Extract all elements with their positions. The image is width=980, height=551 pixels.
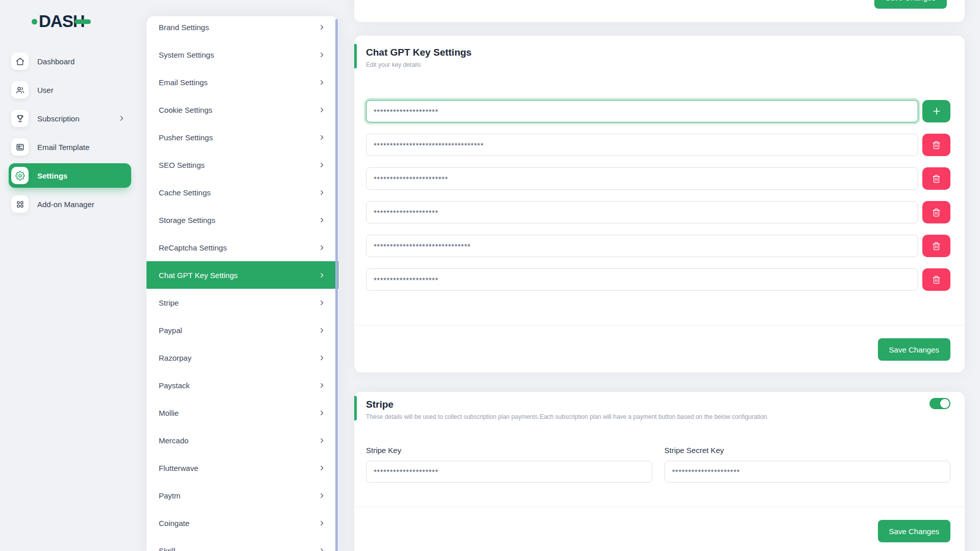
stripe-key-input[interactable] [366,461,652,483]
settings-nav-label: Brand Settings [159,23,209,32]
sidebar-item-label: Dashboard [37,57,75,66]
settings-nav-brand[interactable]: Brand Settings [146,16,338,41]
delete-key-button[interactable] [922,167,950,190]
chevron-right-icon [318,79,325,86]
settings-nav-label: Cookie Settings [159,106,212,114]
settings-nav-label: Mollie [159,409,179,417]
gear-icon [11,167,29,184]
settings-nav-email[interactable]: Email Settings [146,68,338,96]
settings-nav-label: Coingate [159,519,189,528]
sidebar-item-settings[interactable]: Settings [9,163,131,188]
api-key-input-2[interactable] [366,134,918,156]
trash-icon [932,174,941,183]
sidebar-item-label: Email Template [37,143,89,152]
settings-nav-label: ReCaptcha Settings [159,243,227,252]
api-key-row [366,100,950,122]
settings-nav-cookie[interactable]: Cookie Settings [146,96,338,123]
chevron-right-icon [318,327,325,334]
card-header: Stripe These details will be used to col… [354,392,965,420]
sidebar-item-addon-manager[interactable]: Add-on Manager [9,192,131,216]
settings-nav-paystack[interactable]: Paystack [146,371,338,399]
settings-nav-coingate[interactable]: Coingate [146,509,338,537]
settings-nav-paytm[interactable]: Paytm [146,482,338,509]
stripe-secret-key-input[interactable] [665,461,951,483]
card-subtitle: These details will be used to collect su… [366,413,950,420]
settings-nav-label: Mercado [159,436,188,445]
api-key-row [366,134,950,156]
plus-icon [932,106,942,116]
api-key-row [366,201,950,223]
save-button[interactable]: Save Changes [878,338,950,361]
api-key-row [366,235,950,257]
stripe-fields: Stripe Key Stripe Secret Key [366,446,950,483]
chevron-right-icon [318,24,325,31]
api-key-input-5[interactable] [366,235,918,257]
chevron-right-icon [318,492,325,499]
settings-nav-chatgpt[interactable]: Chat GPT Key Settings [146,261,338,289]
api-key-row [366,268,950,291]
sidebar-item-email-template[interactable]: Email Template [9,135,131,159]
settings-nav-razorpay[interactable]: Razorpay [146,344,338,371]
chevron-right-icon [318,520,325,527]
add-key-button[interactable] [922,100,950,122]
main-content: Save Changes Chat GPT Key Settings Edit … [354,0,965,551]
settings-nav-stripe[interactable]: Stripe [146,289,338,316]
chevron-right-icon [318,189,325,196]
stripe-enabled-toggle[interactable] [929,398,950,409]
stripe-secret-key-field-group: Stripe Secret Key [665,446,951,483]
settings-nav-skrill[interactable]: Skrill [146,537,338,551]
settings-nav-label: Chat GPT Key Settings [159,271,238,280]
api-key-input-3[interactable] [366,167,918,190]
api-key-input-1[interactable] [366,100,918,122]
api-key-input-4[interactable] [366,201,918,223]
chevron-right-icon [318,355,325,361]
settings-nav-mollie[interactable]: Mollie [146,399,338,427]
settings-nav-seo[interactable]: SEO Settings [146,151,338,179]
settings-nav-scrollbar[interactable] [335,19,338,551]
settings-nav-label: Flutterwave [159,464,199,472]
delete-key-button[interactable] [922,268,950,291]
previous-settings-card: Save Changes [354,0,965,22]
chevron-right-icon [318,52,325,58]
chevron-right-icon [118,115,125,122]
app-logo[interactable]: DASH [32,11,91,32]
stripe-key-field-group: Stripe Key [366,446,652,483]
save-button[interactable]: Save Changes [878,520,950,542]
settings-nav-label: Stripe [159,298,179,307]
field-label: Stripe Key [366,446,652,455]
chevron-right-icon [318,244,325,251]
chevron-right-icon [318,272,325,279]
sidebar-item-dashboard[interactable]: Dashboard [9,49,131,73]
api-key-input-6[interactable] [366,268,918,291]
grid-icon [11,195,29,213]
settings-nav-label: Paytm [159,491,181,500]
settings-nav-cache[interactable]: Cache Settings [146,179,338,206]
settings-nav-paypal[interactable]: Paypal [146,316,338,344]
delete-key-button[interactable] [922,201,950,223]
delete-key-button[interactable] [922,134,950,156]
chatgpt-key-settings-card: Chat GPT Key Settings Edit your key deta… [354,36,965,372]
card-footer: Save Changes [354,325,965,372]
template-icon [11,138,29,156]
trash-icon [932,242,941,251]
settings-nav-storage[interactable]: Storage Settings [146,206,338,234]
settings-nav-mercado[interactable]: Mercado [146,427,338,454]
api-key-row [366,167,950,190]
trash-icon [932,276,941,284]
sidebar-item-user[interactable]: User [9,78,131,102]
settings-nav-system[interactable]: System Settings [146,41,338,68]
settings-nav-pusher[interactable]: Pusher Settings [146,123,338,151]
settings-nav-list: Brand Settings System Settings Email Set… [146,16,338,551]
card-accent-bar [354,44,357,68]
settings-nav-recaptcha[interactable]: ReCaptcha Settings [146,234,338,261]
settings-nav-flutterwave[interactable]: Flutterwave [146,454,338,482]
sidebar-item-subscription[interactable]: Subscription [9,106,131,131]
settings-nav-label: Cache Settings [159,188,211,197]
logo-dot-icon [32,19,37,24]
save-button[interactable]: Save Changes [874,0,947,9]
delete-key-button[interactable] [922,235,950,257]
card-title: Chat GPT Key Settings [366,47,950,58]
api-key-rows [366,100,950,302]
chevron-right-icon [318,217,325,223]
sidebar-item-label: Subscription [37,114,80,123]
